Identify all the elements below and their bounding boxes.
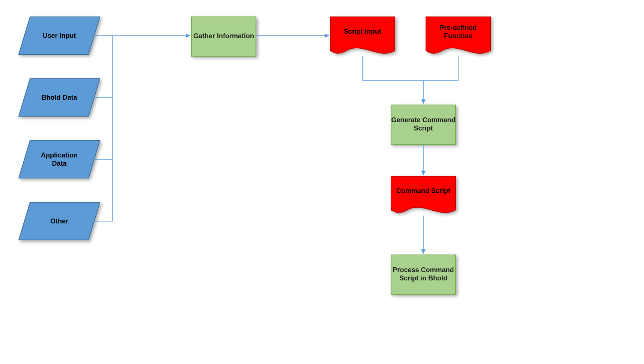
node-script-input: Script Input	[330, 17, 395, 53]
svg-marker-2	[19, 141, 100, 178]
label-application-data-2: Data	[52, 160, 67, 167]
label-predefined-2: Function	[444, 32, 472, 40]
flowchart-canvas: User Input Bhold Data Application Data O…	[0, 0, 644, 364]
label-bhold-data: Bhold Data	[41, 94, 77, 101]
label-user-input: User Input	[42, 32, 76, 39]
label-other: Other	[50, 217, 68, 225]
label-predefined-1: Pre-defined	[439, 24, 477, 31]
node-generate-command-script: Generate Command Script	[391, 105, 456, 144]
label-generate-2: Script	[414, 124, 433, 132]
node-command-script: Command Script	[391, 176, 456, 213]
node-process-command-script: Process Command Script in Bhold	[391, 255, 456, 294]
node-bhold-data: Bhold Data	[19, 79, 100, 116]
label-application-data-1: Application	[41, 151, 78, 159]
node-gather-information: Gather Information	[191, 17, 256, 56]
label-script-input: Script Input	[344, 28, 381, 35]
node-application-data: Application Data	[19, 141, 100, 178]
label-process-1: Process Command	[393, 266, 454, 274]
label-process-2: Script in Bhold	[399, 274, 447, 282]
label-command-script: Command Script	[396, 187, 450, 195]
label-gather-information: Gather Information	[193, 32, 254, 40]
label-generate-1: Generate Command	[391, 116, 455, 124]
node-user-input: User Input	[19, 17, 100, 54]
node-other: Other	[19, 202, 100, 240]
node-predefined-function: Pre-defined Function	[426, 17, 491, 53]
